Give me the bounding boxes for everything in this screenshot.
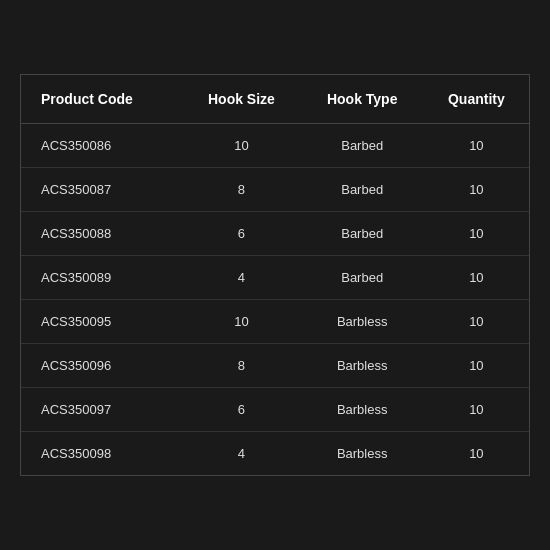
cell-quantity-3: 10 [424,256,529,300]
cell-quantity-7: 10 [424,432,529,476]
cell-product_code-3: ACS350089 [21,256,182,300]
cell-hook_size-0: 10 [182,124,300,168]
cell-quantity-4: 10 [424,300,529,344]
cell-hook_type-4: Barbless [301,300,424,344]
cell-hook_type-6: Barbless [301,388,424,432]
cell-hook_size-4: 10 [182,300,300,344]
cell-product_code-2: ACS350088 [21,212,182,256]
cell-hook_type-5: Barbless [301,344,424,388]
cell-hook_size-5: 8 [182,344,300,388]
table-row: ACS3500878Barbed10 [21,168,529,212]
header-hook-type: Hook Type [301,75,424,124]
table-row: ACS35009510Barbless10 [21,300,529,344]
product-table: Product Code Hook Size Hook Type Quantit… [21,75,529,475]
table-row: ACS35008610Barbed10 [21,124,529,168]
cell-quantity-1: 10 [424,168,529,212]
cell-quantity-2: 10 [424,212,529,256]
cell-hook_size-7: 4 [182,432,300,476]
cell-quantity-0: 10 [424,124,529,168]
cell-quantity-5: 10 [424,344,529,388]
cell-product_code-1: ACS350087 [21,168,182,212]
cell-hook_size-2: 6 [182,212,300,256]
table-row: ACS3500976Barbless10 [21,388,529,432]
product-table-container: Product Code Hook Size Hook Type Quantit… [20,74,530,476]
table-body: ACS35008610Barbed10ACS3500878Barbed10ACS… [21,124,529,476]
cell-product_code-6: ACS350097 [21,388,182,432]
cell-hook_type-1: Barbed [301,168,424,212]
cell-product_code-4: ACS350095 [21,300,182,344]
table-row: ACS3500894Barbed10 [21,256,529,300]
table-row: ACS3500984Barbless10 [21,432,529,476]
cell-hook_size-1: 8 [182,168,300,212]
table-header-row: Product Code Hook Size Hook Type Quantit… [21,75,529,124]
cell-hook_type-7: Barbless [301,432,424,476]
header-hook-size: Hook Size [182,75,300,124]
table-row: ACS3500886Barbed10 [21,212,529,256]
header-product-code: Product Code [21,75,182,124]
cell-product_code-0: ACS350086 [21,124,182,168]
cell-hook_type-3: Barbed [301,256,424,300]
table-row: ACS3500968Barbless10 [21,344,529,388]
cell-hook_size-3: 4 [182,256,300,300]
cell-quantity-6: 10 [424,388,529,432]
cell-hook_type-2: Barbed [301,212,424,256]
cell-product_code-7: ACS350098 [21,432,182,476]
cell-hook_type-0: Barbed [301,124,424,168]
cell-product_code-5: ACS350096 [21,344,182,388]
header-quantity: Quantity [424,75,529,124]
cell-hook_size-6: 6 [182,388,300,432]
